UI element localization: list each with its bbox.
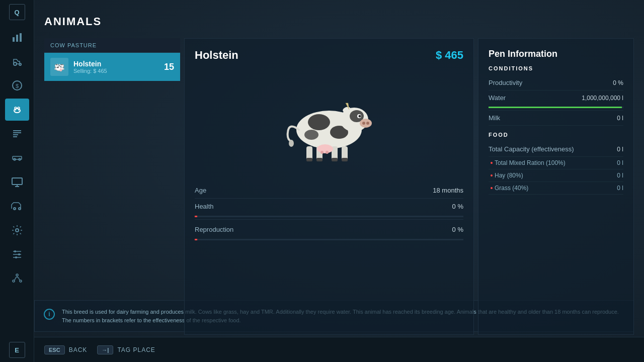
svg-point-19 [15, 256, 17, 258]
svg-point-18 [18, 253, 20, 255]
svg-text:$: $ [15, 83, 18, 89]
svg-point-34 [60, 66, 62, 67]
pen-productivity: Productivity 0 % [489, 75, 623, 90]
reproduction-bar [195, 239, 197, 240]
sidebar-item-tasks[interactable] [5, 123, 29, 145]
sliders-icon [11, 248, 23, 260]
settings-icon [11, 224, 23, 236]
food-item-grass: Grass (40%) 0 l [489, 182, 623, 195]
svg-point-28 [56, 64, 57, 65]
food-item-tmr: Total Mixed Ration (100%) 0 l [489, 157, 623, 169]
page-title: ANIMALS [44, 15, 634, 28]
e-button[interactable]: E [9, 342, 25, 358]
conveyor-icon [11, 152, 23, 164]
sidebar-item-vehicles[interactable] [5, 195, 29, 217]
pasture-header: COW PASTURE [44, 38, 180, 53]
svg-point-22 [20, 280, 22, 282]
water-bar [489, 107, 622, 108]
food-item-hay: Hay (80%) 0 l [489, 169, 623, 182]
svg-point-43 [366, 122, 369, 125]
nodes-icon [11, 273, 23, 285]
svg-rect-0 [13, 37, 15, 42]
animal-detail-price: $ 465 [436, 49, 463, 62]
tractor-icon [11, 55, 23, 67]
conditions-header: CONDITIONS [489, 65, 623, 71]
cow-icon [52, 60, 66, 74]
svg-point-32 [55, 68, 56, 70]
cow-large-image [274, 82, 384, 162]
dollar-icon: $ [11, 79, 23, 92]
q-button[interactable]: Q [9, 4, 25, 20]
svg-rect-27 [59, 64, 60, 65]
sidebar-item-stats[interactable] [5, 26, 29, 48]
svg-point-55 [317, 144, 333, 153]
pen-water: Water 1,000,000,000 l [489, 90, 623, 111]
svg-point-8 [15, 107, 17, 109]
pen-title: Pen Information [489, 49, 623, 59]
svg-point-30 [60, 68, 62, 71]
cow-image-area [195, 67, 463, 177]
animal-selling: Selling: $ 465 [73, 68, 159, 74]
food-header: FOOD [489, 132, 623, 138]
sidebar-item-monitor[interactable] [5, 171, 29, 193]
svg-point-58 [289, 140, 294, 147]
animal-info: Holstein Selling: $ 465 [73, 60, 159, 74]
animal-list-item[interactable]: Holstein Selling: $ 465 15 [44, 53, 180, 81]
svg-point-14 [14, 208, 16, 210]
svg-rect-51 [306, 158, 312, 161]
svg-rect-2 [20, 33, 22, 42]
svg-point-20 [16, 274, 18, 276]
stat-reproduction: Reproduction 0 % [195, 222, 463, 240]
animal-detail-header: Holstein $ 465 [195, 49, 463, 62]
animal-icon [50, 58, 68, 76]
svg-point-56 [320, 151, 324, 154]
svg-point-57 [326, 151, 329, 154]
content-area: COW PASTURE [44, 38, 634, 335]
food-total-capacity: Total Capacity (effectiveness) 0 l [489, 142, 623, 157]
svg-point-41 [360, 119, 372, 128]
mid-panel: Holstein $ 465 [184, 38, 474, 335]
sidebar-item-nodes[interactable] [5, 267, 29, 290]
svg-point-33 [57, 67, 59, 68]
main-content: ANIMALS COW PASTURE [34, 0, 644, 362]
svg-rect-53 [332, 158, 338, 161]
animals-icon [11, 104, 23, 116]
svg-point-31 [63, 68, 64, 70]
animal-detail-name: Holstein [195, 49, 238, 62]
svg-rect-52 [316, 158, 323, 161]
svg-point-42 [362, 122, 365, 125]
tasks-icon [11, 128, 23, 140]
sidebar: Q $ E [0, 0, 34, 362]
stat-age: Age 18 months [195, 183, 463, 199]
left-panel: COW PASTURE [44, 38, 180, 335]
svg-point-9 [18, 107, 20, 109]
svg-rect-1 [16, 35, 18, 42]
sidebar-item-money[interactable]: $ [5, 74, 29, 97]
sidebar-item-tractor[interactable] [5, 50, 29, 72]
sidebar-item-sliders[interactable] [5, 243, 29, 265]
reproduction-bar-container [195, 239, 463, 240]
svg-point-17 [14, 250, 16, 252]
pen-milk: Milk 0 l [489, 111, 623, 126]
water-bar-container [489, 107, 623, 108]
svg-point-45 [359, 115, 361, 118]
svg-point-3 [14, 62, 17, 65]
vehicles-icon [11, 200, 23, 212]
svg-point-38 [304, 130, 318, 140]
bar-chart-icon [11, 31, 23, 43]
right-panel: Pen Information CONDITIONS Productivity … [478, 38, 634, 335]
svg-point-29 [61, 64, 62, 65]
animal-name: Holstein [73, 60, 159, 68]
animal-stats: Age 18 months Health 0 % Reproduction [195, 183, 463, 240]
animal-count: 15 [164, 62, 174, 72]
svg-point-21 [13, 280, 15, 282]
monitor-icon [11, 176, 23, 188]
stat-health: Health 0 % [195, 199, 463, 220]
food-section: FOOD Total Capacity (effectiveness) 0 l … [489, 132, 623, 195]
sidebar-item-settings[interactable] [5, 219, 29, 241]
sidebar-item-animals[interactable] [5, 99, 29, 121]
sidebar-item-conveyor[interactable] [5, 147, 29, 169]
svg-rect-54 [342, 158, 348, 161]
svg-point-36 [308, 114, 330, 130]
svg-point-16 [16, 229, 19, 232]
